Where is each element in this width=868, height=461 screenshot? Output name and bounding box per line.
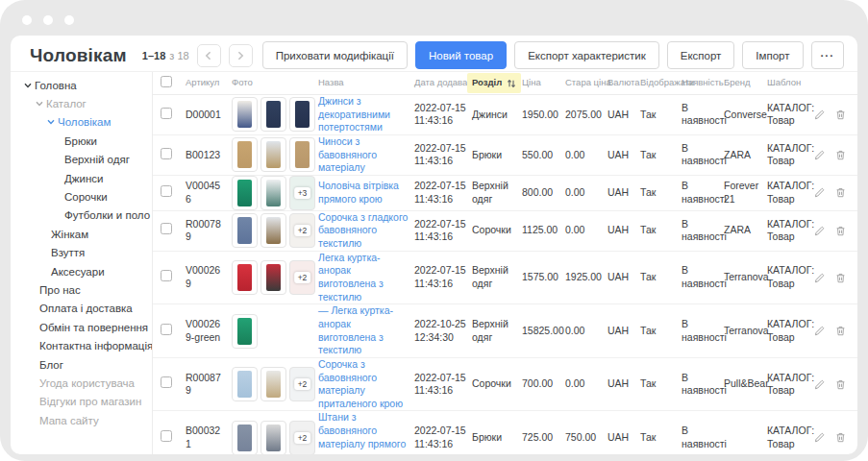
hide-modifications-button[interactable]: Приховати модифікації <box>262 41 408 69</box>
sidebar-item[interactable]: Взуття <box>11 244 152 262</box>
sidebar-item[interactable]: Угода користувача <box>11 374 152 392</box>
sidebar-item-label: Про нас <box>39 284 81 296</box>
product-name-link[interactable]: Джинси з декоративними потертостями <box>318 95 390 133</box>
row-actions <box>813 149 847 161</box>
sidebar-item[interactable]: Про нас <box>11 280 152 299</box>
sidebar-item[interactable]: Каталог <box>11 94 152 112</box>
edit-button[interactable] <box>813 225 826 237</box>
availability-cell: В наявності <box>682 318 724 344</box>
edit-button[interactable] <box>813 431 826 444</box>
row-checkbox[interactable] <box>161 270 172 281</box>
row-checkbox[interactable] <box>161 185 172 197</box>
delete-button[interactable] <box>834 186 847 199</box>
column-header[interactable]: Наявність <box>682 77 724 88</box>
sidebar-item[interactable]: Обмін та повернення <box>11 318 152 336</box>
edit-button[interactable] <box>813 186 826 199</box>
new-product-button[interactable]: Новий товар <box>415 41 507 69</box>
delete-button[interactable] <box>834 149 847 161</box>
column-header[interactable]: Стара ціна <box>565 77 608 88</box>
select-all-checkbox[interactable] <box>161 76 172 87</box>
edit-button[interactable] <box>813 272 826 284</box>
sidebar-item-label: Взуття <box>51 247 85 258</box>
column-header[interactable]: Ціна <box>522 77 565 88</box>
product-photo-image <box>237 217 252 244</box>
more-photos-badge[interactable]: +2 <box>289 260 315 295</box>
prev-page-button[interactable] <box>197 44 221 67</box>
more-button[interactable]: ··· <box>811 41 845 69</box>
product-name-link[interactable]: Штани з бавовняного матеріалу прямого кр… <box>318 411 406 454</box>
product-name-link[interactable]: Сорочка з бавовняного матеріалу притален… <box>318 358 403 409</box>
edit-pencil-icon <box>813 431 826 444</box>
row-checkbox[interactable] <box>161 376 172 388</box>
name-cell: Джинси з декоративними потертостями <box>318 95 414 134</box>
table-row: V000269+2Легка куртка-анорак виготовлена… <box>153 252 857 305</box>
delete-button[interactable] <box>834 109 847 121</box>
edit-button[interactable] <box>813 109 826 121</box>
sidebar-item[interactable]: Контактна інформація <box>11 336 152 354</box>
delete-trash-icon <box>834 272 847 284</box>
sidebar-item[interactable]: Верхній одяг <box>11 151 152 169</box>
product-name-link[interactable]: Легка куртка-анорак виготовлена з тексти… <box>318 252 384 303</box>
sidebar-item[interactable]: Сорочки <box>11 187 152 206</box>
availability-cell: В наявності <box>682 264 724 290</box>
sidebar-item[interactable]: Відгуки про магазин <box>11 393 152 411</box>
row-checkbox[interactable] <box>161 430 172 442</box>
delete-button[interactable] <box>834 325 847 337</box>
more-photos-badge[interactable]: +3 <box>289 176 315 210</box>
delete-trash-icon <box>834 186 847 199</box>
table-row: V000269-green— Легка куртка-анорак вигот… <box>153 304 857 358</box>
availability-cell: В наявності <box>682 425 724 450</box>
more-photos-badge[interactable]: +2 <box>289 367 315 401</box>
row-checkbox[interactable] <box>161 148 172 159</box>
sidebar-item[interactable]: Мапа сайту <box>11 411 152 429</box>
more-photos-badge[interactable]: +2 <box>289 421 315 454</box>
sidebar-item[interactable]: Джинси <box>11 169 152 187</box>
sidebar-item[interactable]: Футболки и поло <box>11 206 152 225</box>
product-name-link[interactable]: Сорочка з гладкого бавовняного текстилю <box>318 211 408 249</box>
column-header[interactable]: Відображати <box>640 77 682 88</box>
sidebar-item[interactable]: Головна <box>11 76 152 94</box>
more-photos-badge[interactable]: +2 <box>289 213 315 248</box>
column-header[interactable]: Бренд <box>724 77 767 88</box>
sidebar-item[interactable]: Брюки <box>11 132 152 150</box>
edit-button[interactable] <box>813 325 826 337</box>
chevron-down-icon <box>36 101 46 107</box>
export-button[interactable]: Експорт <box>667 41 735 69</box>
row-checkbox[interactable] <box>161 324 172 335</box>
product-name-link[interactable]: Чиноси з бавовняного матеріалу <box>318 135 377 173</box>
delete-button[interactable] <box>834 431 847 444</box>
window-dot-icon <box>64 15 74 25</box>
row-actions <box>813 325 847 337</box>
sidebar-item[interactable]: Оплата і доставка <box>11 300 152 318</box>
import-button[interactable]: Імпорт <box>742 41 803 69</box>
brand-cell: Converse <box>724 109 767 122</box>
column-header[interactable]: Дата додавання <box>414 77 472 88</box>
sidebar-item[interactable]: Жінкам <box>11 225 152 243</box>
column-header[interactable]: Артикул <box>186 77 232 88</box>
row-checkbox[interactable] <box>161 223 172 234</box>
row-checkbox[interactable] <box>161 108 172 119</box>
delete-trash-icon <box>834 225 847 237</box>
sidebar-item[interactable]: Аксесуари <box>11 262 152 280</box>
column-header[interactable]: Назва <box>318 77 414 88</box>
product-name-link[interactable]: Чоловіча вітрівка прямого крою <box>318 180 399 205</box>
delete-button[interactable] <box>834 378 847 391</box>
sidebar-item[interactable]: Блог <box>11 355 152 374</box>
product-name-link[interactable]: — Легка куртка-анорак виготовлена з текс… <box>318 304 393 355</box>
column-header[interactable]: Валюта <box>608 77 640 88</box>
column-header[interactable]: Шаблон <box>767 77 813 88</box>
sidebar-item[interactable]: Чоловікам <box>11 113 152 132</box>
delete-button[interactable] <box>834 225 847 237</box>
old-price-cell: 0.00 <box>565 186 608 200</box>
edit-button[interactable] <box>813 149 826 161</box>
export-characteristics-button[interactable]: Експорт характеристик <box>514 41 659 69</box>
edit-button[interactable] <box>813 378 826 391</box>
next-page-button[interactable] <box>229 44 253 67</box>
column-header[interactable]: Розділ <box>472 73 522 92</box>
column-header[interactable]: Фото <box>232 77 318 88</box>
currency-cell: UAH <box>608 325 640 338</box>
sidebar-item-label: Контактна інформація <box>39 340 153 352</box>
delete-trash-icon <box>834 325 847 337</box>
sku-cell: V000456 <box>186 180 232 206</box>
delete-button[interactable] <box>834 272 847 284</box>
